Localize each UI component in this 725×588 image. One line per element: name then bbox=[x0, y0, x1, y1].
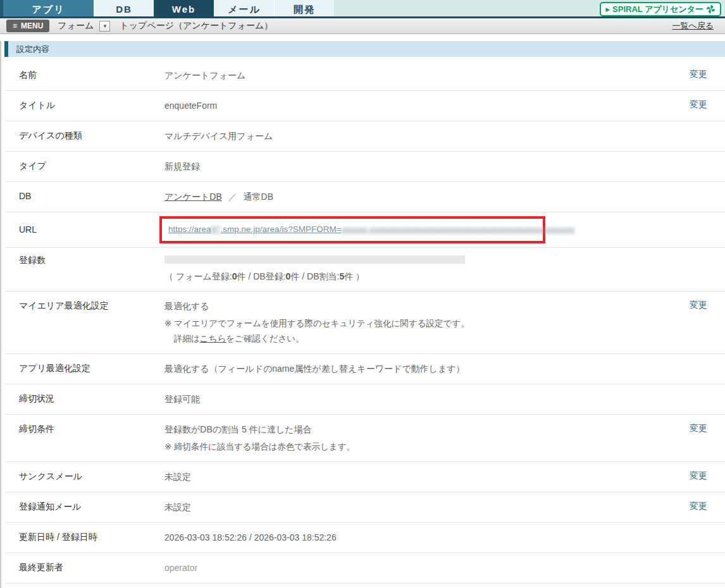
row-value: アンケートDB ／ 通常DB bbox=[164, 190, 667, 204]
row-label: タイプ bbox=[5, 160, 164, 172]
menu-button[interactable]: ≡ MENU bbox=[6, 20, 49, 32]
change-link[interactable]: 変更 bbox=[690, 470, 707, 481]
row-label: URL bbox=[5, 216, 164, 235]
spiral-app-center-label: SPIRAL アプリセンター bbox=[612, 4, 703, 15]
row-label: 締切状況 bbox=[5, 393, 164, 405]
registration-progress-bar bbox=[164, 255, 465, 264]
row-value: 2026-03-03 18:52:26 / 2026-03-03 18:52:2… bbox=[164, 531, 667, 544]
row-label: 名前 bbox=[5, 69, 164, 81]
counts-text: 件 / DB割当: bbox=[290, 271, 339, 281]
row-value: enqueteForm bbox=[164, 99, 667, 113]
row-url: URL https://area97.smp.ne.jp/area/is?SMP… bbox=[5, 212, 725, 248]
row-value: アンケートフォーム bbox=[164, 69, 667, 82]
row-label: アプリ最適化設定 bbox=[5, 362, 164, 374]
row-label: 登録通知メール bbox=[5, 501, 164, 513]
counts-text: 件 ） bbox=[344, 271, 364, 281]
row-label: タイトル bbox=[5, 99, 164, 111]
row-title: タイトル enqueteForm 変更 bbox=[5, 91, 725, 121]
db-separator: ／ bbox=[228, 192, 237, 202]
row-label: サンクスメール bbox=[5, 470, 164, 482]
form-count-value: 0 bbox=[232, 271, 237, 281]
row-deadline-status: 締切状況 登録可能 bbox=[5, 384, 725, 415]
tab-mail[interactable]: メール bbox=[214, 0, 274, 16]
menu-bar: ≡ MENU フォーム ▼ トップページ（アンケートフォーム） 一覧へ戻る bbox=[0, 18, 725, 34]
myarea-note: ※ マイエリアでフォームを使用する際のセキュリティ強化に関する設定です。 bbox=[164, 317, 667, 330]
url-masked-segment: 97 bbox=[211, 224, 221, 234]
tab-db[interactable]: DB bbox=[94, 0, 154, 16]
note-text: をご確認ください。 bbox=[226, 334, 304, 343]
note-text: 詳細は bbox=[174, 334, 200, 343]
row-type: タイプ 新規登録 bbox=[5, 152, 725, 182]
myarea-detail-note: 詳細はこちらをご確認ください。 bbox=[164, 333, 667, 345]
db-kind: 通常DB bbox=[244, 192, 273, 202]
row-label: 最終更新者 bbox=[5, 561, 164, 573]
row-value: 登録可能 bbox=[164, 393, 667, 406]
main-content: 設定内容 名前 アンケートフォーム 変更 タイトル enqueteForm 変更… bbox=[0, 41, 725, 588]
top-tab-bar: アプリ DB Web メール 開発 ▶ SPIRAL アプリセンター bbox=[0, 0, 725, 18]
back-to-list-link[interactable]: 一覧へ戻る bbox=[672, 20, 714, 32]
change-link[interactable]: 変更 bbox=[690, 300, 707, 310]
db-link[interactable]: アンケートDB bbox=[164, 192, 222, 202]
row-value: 未設定 bbox=[164, 501, 667, 514]
settings-table: 名前 アンケートフォーム 変更 タイトル enqueteForm 変更 デバイス… bbox=[5, 61, 725, 584]
hamburger-icon: ≡ bbox=[13, 21, 17, 30]
row-notification-mail: 登録通知メール 未設定 変更 bbox=[5, 493, 725, 523]
form-url-link[interactable]: https://area97.smp.ne.jp/area/is?SMPFORM… bbox=[168, 224, 575, 234]
chevron-down-icon: ▼ bbox=[102, 23, 108, 29]
row-dates: 更新日時 / 登録日時 2026-03-03 18:52:26 / 2026-0… bbox=[5, 523, 725, 553]
row-value: 未設定 bbox=[164, 470, 667, 484]
spiral-app-center-button[interactable]: ▶ SPIRAL アプリセンター bbox=[600, 2, 721, 16]
row-thanks-mail: サンクスメール 未設定 変更 bbox=[5, 462, 725, 493]
tab-dev[interactable]: 開発 bbox=[274, 0, 334, 16]
url-masked-segment: xxxxxx-xxxxxxxxxxxxxxxxxxxxxxxxxxxxxxxxx… bbox=[342, 224, 575, 234]
change-link[interactable]: 変更 bbox=[690, 69, 707, 79]
row-label: 締切条件 bbox=[5, 423, 164, 435]
row-label: 更新日時 / 登録日時 bbox=[5, 531, 164, 543]
row-label: マイエリア最適化設定 bbox=[5, 300, 164, 312]
tab-web[interactable]: Web bbox=[154, 0, 214, 16]
row-value: （ フォーム登録:0件 / DB登録:0件 / DB割当:5件 ） bbox=[164, 254, 667, 283]
row-myarea-optimization: マイエリア最適化設定 最適化する ※ マイエリアでフォームを使用する際のセキュリ… bbox=[5, 291, 725, 354]
row-name: 名前 アンケートフォーム 変更 bbox=[5, 61, 725, 91]
url-text: https://area bbox=[168, 224, 211, 234]
deadline-condition-note: ※ 締切条件に該当する場合は赤色で表示します。 bbox=[164, 441, 667, 453]
url-text: .smp.ne.jp/area/is?SMPFORM= bbox=[221, 224, 342, 234]
row-value: 最適化する ※ マイエリアでフォームを使用する際のセキュリティ強化に関する設定で… bbox=[164, 300, 667, 345]
row-last-updater: 最終更新者 operator bbox=[5, 553, 725, 584]
detail-here-link[interactable]: こちら bbox=[200, 334, 226, 343]
url-highlight-box: https://area97.smp.ne.jp/area/is?SMPFORM… bbox=[159, 216, 545, 243]
form-dropdown-button[interactable]: ▼ bbox=[99, 21, 110, 32]
myarea-setting-value: 最適化する bbox=[164, 300, 667, 313]
row-value: 最適化する（フィールドのname属性が差し替えキーワードで動作します） bbox=[164, 362, 667, 376]
row-deadline-condition: 締切条件 登録数がDBの割当 5 件に達した場合 ※ 締切条件に該当する場合は赤… bbox=[5, 415, 725, 462]
row-registration-count: 登録数 （ フォーム登録:0件 / DB登録:0件 / DB割当:5件 ） bbox=[5, 248, 725, 291]
tab-app[interactable]: アプリ bbox=[3, 0, 94, 16]
row-app-optimization: アプリ最適化設定 最適化する（フィールドのname属性が差し替えキーワードで動作… bbox=[5, 354, 725, 384]
row-label: デバイスの種類 bbox=[5, 130, 164, 142]
counts-text: （ フォーム登録: bbox=[164, 271, 232, 281]
section-header: 設定内容 bbox=[4, 41, 725, 57]
row-value: 新規登録 bbox=[164, 160, 667, 173]
row-device-type: デバイスの種類 マルチデバイス用フォーム bbox=[5, 121, 725, 152]
menu-button-label: MENU bbox=[21, 21, 43, 30]
deadline-condition-value: 登録数がDBの割当 5 件に達した場合 bbox=[164, 423, 667, 436]
row-db: DB アンケートDB ／ 通常DB bbox=[5, 182, 725, 212]
row-value: https://area97.smp.ne.jp/area/is?SMPFORM… bbox=[164, 216, 667, 243]
form-nav-label: フォーム bbox=[58, 20, 94, 32]
breadcrumb: トップページ（アンケートフォーム） bbox=[120, 20, 273, 32]
change-link[interactable]: 変更 bbox=[690, 501, 707, 511]
counts-text: 件 / DB登録: bbox=[237, 271, 286, 281]
change-link[interactable]: 変更 bbox=[690, 423, 707, 433]
row-value: マルチデバイス用フォーム bbox=[164, 130, 667, 143]
row-value: operator bbox=[164, 561, 667, 575]
row-label: 登録数 bbox=[5, 254, 164, 266]
registration-counts: （ フォーム登録:0件 / DB登録:0件 / DB割当:5件 ） bbox=[164, 270, 667, 283]
change-link[interactable]: 変更 bbox=[690, 99, 707, 109]
row-value: 登録数がDBの割当 5 件に達した場合 ※ 締切条件に該当する場合は赤色で表示し… bbox=[164, 423, 667, 453]
caret-right-icon: ▶ bbox=[605, 6, 610, 13]
row-label: DB bbox=[5, 190, 164, 201]
spiral-pinwheel-icon bbox=[706, 4, 716, 14]
